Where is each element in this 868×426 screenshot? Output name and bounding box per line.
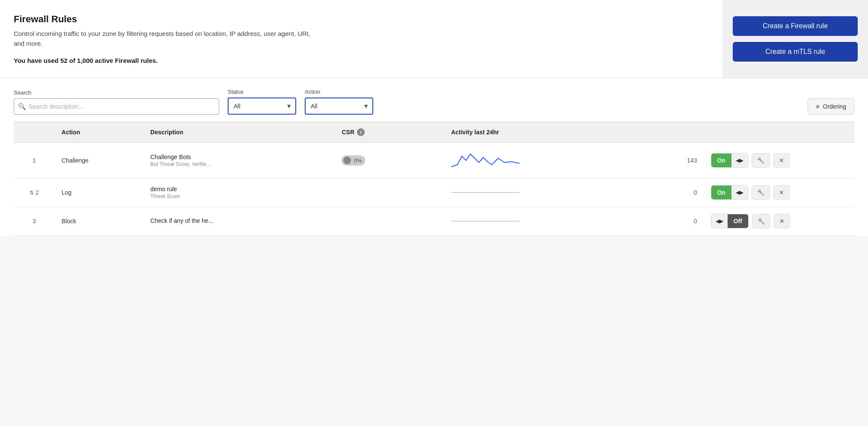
row-2-controls: On ◀▶ 🔧 ✕	[704, 178, 854, 207]
row-2-toggle-on[interactable]: On	[711, 186, 731, 199]
row-2-description: demo rule Threat Score	[143, 178, 335, 207]
row-1-edit-button[interactable]: 🔧	[752, 153, 770, 168]
row-1-toggle-on[interactable]: On	[711, 154, 731, 167]
row-2-action: Log	[55, 178, 144, 207]
row-3-csr	[335, 207, 444, 236]
col-header-count	[649, 122, 704, 142]
row-3-edit-button[interactable]: 🔧	[752, 214, 770, 228]
search-icon: 🔍	[18, 103, 26, 110]
table-row: ⇅2 Log demo rule Threat Score 0	[14, 178, 854, 207]
col-header-description: Description	[143, 122, 335, 142]
row-3-controls: ◀▶ Off 🔧 ✕	[704, 207, 854, 236]
row-3-toggle-group[interactable]: ◀▶ Off	[711, 214, 749, 228]
row-2-toggle-arrow[interactable]: ◀▶	[731, 186, 748, 199]
row-3-toggle-arrow[interactable]: ◀▶	[711, 215, 728, 228]
ordering-button[interactable]: ≡ Ordering	[808, 98, 854, 115]
row-1-num: 1	[14, 142, 55, 178]
col-header-csr: CSR i	[335, 122, 444, 142]
row-1-count: 143	[649, 142, 704, 178]
row-3-action: Block	[55, 207, 144, 236]
page-title: Firewall Rules	[14, 14, 705, 25]
row-1-toggle-arrow[interactable]: ◀▶	[731, 154, 748, 167]
table-row: 1 Challenge Challenge Bots Bot Threat Sc…	[14, 142, 854, 178]
action-filter-group: Action All Block Challenge Log ▼	[305, 89, 373, 115]
usage-text: You have used 52 of 1,000 active Firewal…	[14, 57, 705, 64]
row-2-toggle-group[interactable]: On ◀▶	[711, 185, 748, 200]
col-header-num	[14, 122, 55, 142]
row-1-delete-button[interactable]: ✕	[773, 153, 790, 168]
row-3-description: Check if any of the he...	[143, 207, 335, 236]
action-label: Action	[305, 89, 373, 95]
create-firewall-rule-button[interactable]: Create a Firewall rule	[733, 16, 858, 36]
header-description: Control incoming traffic to your zone by…	[14, 29, 313, 48]
ordering-icon: ≡	[816, 103, 819, 110]
create-mtls-rule-button[interactable]: Create a mTLS rule	[733, 42, 858, 62]
row-3-num: 3	[14, 207, 55, 236]
row-2-count: 0	[649, 178, 704, 207]
csr-info-icon: i	[357, 128, 365, 136]
action-select[interactable]: All Block Challenge Log	[305, 98, 373, 115]
ordering-label: Ordering	[823, 103, 846, 110]
row-2-delete-button[interactable]: ✕	[773, 185, 790, 200]
status-select[interactable]: All Active Inactive	[228, 98, 296, 115]
status-label: Status	[228, 89, 296, 95]
row-2-edit-button[interactable]: 🔧	[752, 185, 770, 200]
row-2-num: ⇅2	[14, 178, 55, 207]
row-3-toggle-off[interactable]: Off	[728, 214, 748, 228]
col-header-controls	[704, 122, 854, 142]
status-filter-group: Status All Active Inactive ▼	[228, 89, 296, 115]
col-header-action: Action	[55, 122, 144, 142]
row-1-action: Challenge	[55, 142, 144, 178]
row-1-controls: On ◀▶ 🔧 ✕	[704, 142, 854, 178]
row-1-csr: 0%	[335, 142, 444, 178]
row-3-count: 0	[649, 207, 704, 236]
row-1-description: Challenge Bots Bot Threat Score, Verifie…	[143, 142, 335, 178]
row-2-activity	[444, 178, 649, 207]
row-1-activity	[444, 142, 649, 178]
row-1-toggle-group[interactable]: On ◀▶	[711, 153, 748, 168]
activity-chart-1	[451, 150, 520, 171]
search-label: Search	[14, 89, 219, 96]
row-3-delete-button[interactable]: ✕	[774, 214, 790, 228]
row-3-activity	[444, 207, 649, 236]
col-header-activity: Activity last 24hr	[444, 122, 649, 142]
row-2-csr	[335, 178, 444, 207]
table-row: 3 Block Check if any of the he... 0	[14, 207, 854, 236]
search-input[interactable]	[14, 98, 219, 115]
search-group: Search 🔍	[14, 89, 219, 115]
sort-arrows-icon: ⇅	[30, 190, 34, 196]
